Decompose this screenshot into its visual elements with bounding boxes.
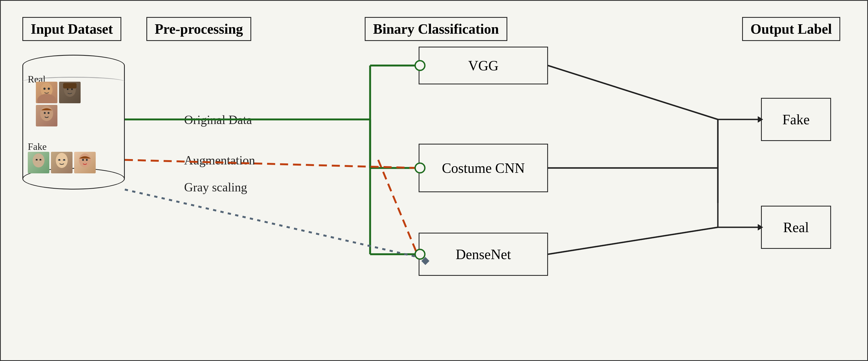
output-fake-label: Fake bbox=[782, 112, 809, 127]
svg-point-3 bbox=[48, 88, 50, 90]
real-face-2 bbox=[59, 82, 81, 103]
main-diagram: Input Dataset Pre-processing Binary Clas… bbox=[0, 0, 868, 361]
svg-line-31 bbox=[378, 160, 417, 254]
output-fake-box: Fake bbox=[761, 98, 831, 141]
svg-point-2 bbox=[43, 88, 45, 90]
real-face-3 bbox=[36, 105, 57, 126]
header-binary-classification: Binary Classification bbox=[365, 17, 507, 41]
real-face-group bbox=[36, 82, 95, 126]
header-preprocessing-label: Pre-processing bbox=[155, 21, 243, 37]
header-preprocessing: Pre-processing bbox=[146, 17, 251, 41]
svg-point-1 bbox=[37, 94, 56, 103]
fake-label: Fake bbox=[28, 141, 46, 152]
header-input-dataset-label: Input Dataset bbox=[31, 21, 113, 37]
header-binary-class-label: Binary Classification bbox=[373, 21, 499, 37]
vgg-box: VGG bbox=[418, 47, 548, 84]
svg-point-20 bbox=[82, 159, 84, 161]
fake-face-group bbox=[28, 152, 100, 173]
header-output-label: Output Label bbox=[742, 17, 840, 41]
svg-line-29 bbox=[125, 160, 417, 168]
densenet-box: DenseNet bbox=[418, 233, 548, 276]
augmentation-label: Augmentation bbox=[184, 153, 255, 168]
svg-point-10 bbox=[48, 112, 50, 114]
svg-point-6 bbox=[67, 88, 68, 90]
svg-point-9 bbox=[44, 112, 46, 114]
costume-cnn-box: Costume CNN bbox=[418, 144, 548, 192]
svg-line-33 bbox=[125, 189, 417, 257]
real-face-1 bbox=[36, 82, 57, 103]
svg-rect-5 bbox=[63, 83, 76, 88]
svg-point-19 bbox=[79, 153, 91, 168]
output-real-box: Real bbox=[761, 206, 831, 249]
svg-point-8 bbox=[40, 106, 53, 121]
densenet-label: DenseNet bbox=[456, 246, 511, 262]
fake-face-1 bbox=[28, 152, 49, 173]
header-input-dataset: Input Dataset bbox=[22, 17, 121, 41]
svg-line-49 bbox=[548, 65, 718, 119]
svg-point-18 bbox=[63, 159, 65, 161]
svg-point-7 bbox=[71, 88, 73, 90]
svg-point-17 bbox=[59, 159, 60, 161]
svg-point-21 bbox=[86, 159, 88, 161]
fake-face-3 bbox=[74, 152, 96, 173]
header-output-label-text: Output Label bbox=[750, 21, 832, 37]
vgg-label: VGG bbox=[468, 58, 499, 73]
svg-point-14 bbox=[56, 153, 68, 168]
gray-scaling-label: Gray scaling bbox=[184, 180, 247, 194]
svg-line-38 bbox=[548, 227, 718, 254]
original-data-label: Original Data bbox=[184, 113, 252, 127]
svg-line-34 bbox=[548, 65, 718, 119]
output-real-label: Real bbox=[783, 219, 809, 235]
svg-line-50 bbox=[548, 227, 718, 254]
fake-face-2 bbox=[51, 152, 72, 173]
costume-cnn-label: Costume CNN bbox=[442, 160, 525, 176]
